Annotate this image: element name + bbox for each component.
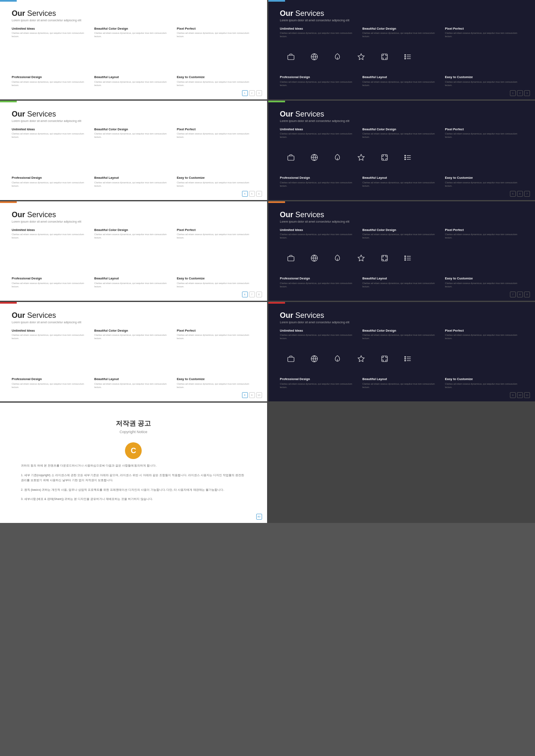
- bottom-col-0: Professional Design Claritas ad etiam os…: [12, 377, 90, 389]
- top-col-body-2: Claritas ad etiam osseus dynamicus, qui …: [445, 31, 524, 38]
- bottom-cols: Professional Design Claritas ad etiam os…: [12, 75, 255, 87]
- cube-2: [59, 345, 80, 369]
- slide-4: Our Services Lorem ipsum dolor sit amet …: [268, 101, 535, 200]
- bottom-col-0: Professional Design Claritas ad etiam os…: [280, 176, 359, 188]
- bottom-col-0: Professional Design Claritas ad etiam os…: [12, 176, 90, 188]
- page-num: 9: [510, 392, 516, 398]
- svg-point-19: [405, 58, 405, 59]
- bottom-cols: Professional Design Claritas ad etiam os…: [280, 377, 524, 389]
- slide-header: Our Services Lorem ipsum dolor sit amet …: [12, 110, 255, 122]
- top-col-title-2: Pixel Perfect: [177, 329, 255, 332]
- top-col-body-1: Claritas ad etiam osseus dynamicus, qui …: [94, 132, 173, 139]
- accent-bar: [268, 302, 285, 304]
- bottom-col-body-2: Claritas ad etiam osseus dynamicus, qui …: [445, 181, 524, 188]
- cube-0: [280, 143, 302, 167]
- page-num: 4: [242, 191, 248, 197]
- svg-point-17: [405, 54, 405, 55]
- accent-bar: [0, 302, 17, 304]
- bottom-col-0: Professional Design Claritas ad etiam os…: [280, 277, 359, 289]
- top-col-title-1: Beautiful Color Design: [94, 127, 173, 131]
- cube-row: [280, 244, 524, 268]
- top-col-title-0: Unlimited Ideas: [280, 27, 359, 30]
- cube-row: [280, 345, 524, 369]
- top-col-body-2: Claritas ad etiam osseus dynamicus, qui …: [445, 132, 524, 139]
- cube-0: [12, 43, 33, 67]
- bottom-col-body-2: Claritas ad etiam osseus dynamicus, qui …: [445, 382, 524, 389]
- top-col-body-2: Claritas ad etiam osseus dynamicus, qui …: [445, 233, 524, 240]
- top-col-title-2: Pixel Perfect: [177, 27, 255, 30]
- svg-rect-60: [20, 357, 26, 362]
- page-num: 8: [517, 292, 523, 297]
- cube-0: [280, 345, 302, 369]
- cube-0: [280, 244, 302, 268]
- bottom-col-0: Professional Design Claritas ad etiam os…: [12, 277, 90, 289]
- top-col-1: Beautiful Color Design Claritas ad etiam…: [362, 127, 441, 139]
- copyright-logo: C: [125, 442, 142, 459]
- bottom-col-title-2: Easy to Customize: [177, 176, 255, 180]
- cube-5: [129, 345, 150, 369]
- page-num: 2: [249, 90, 255, 96]
- bottom-col-title-2: Easy to Customize: [445, 277, 524, 280]
- page-nums: 80: [256, 514, 262, 520]
- top-col-title-1: Beautiful Color Design: [94, 228, 173, 232]
- bottom-cols: Professional Design Claritas ad etiam os…: [12, 277, 255, 289]
- bottom-col-1: Beautiful Layout Claritas ad etiam osseu…: [362, 176, 441, 188]
- slide-title: Our Services: [280, 311, 524, 320]
- bottom-col-2: Easy to Customize Claritas ad etiam osse…: [177, 75, 255, 87]
- svg-point-78: [405, 358, 405, 359]
- copyright-subtitle: Copyright Notice: [21, 430, 246, 434]
- top-cols: Unlimited Ideas Claritas ad etiam osseus…: [280, 329, 524, 340]
- cube-2: [59, 43, 80, 67]
- page-num: 9: [524, 292, 530, 297]
- slide-title: Our Services: [280, 211, 524, 219]
- svg-point-59: [405, 259, 405, 260]
- top-col-title-0: Unlimited Ideas: [12, 127, 90, 131]
- top-col-title-0: Unlimited Ideas: [280, 329, 359, 332]
- slide-subtitle: Lorem ipsum dolor sit amet consectetur a…: [12, 19, 255, 22]
- bottom-col-body-0: Claritas ad etiam osseus dynamicus, qui …: [12, 80, 90, 87]
- slide-1: Our Services Lorem ipsum dolor sit amet …: [0, 0, 267, 99]
- svg-rect-40: [20, 256, 26, 261]
- top-col-2: Pixel Perfect Claritas ad etiam osseus d…: [177, 27, 255, 38]
- cube-5: [397, 345, 419, 369]
- bottom-col-body-2: Claritas ad etiam osseus dynamicus, qui …: [445, 282, 524, 289]
- top-col-body-0: Claritas ad etiam osseus dynamicus, qui …: [280, 132, 359, 139]
- cube-row: [12, 244, 255, 268]
- top-col-body-1: Claritas ad etiam osseus dynamicus, qui …: [362, 333, 441, 340]
- cube-row: [12, 143, 255, 167]
- top-col-body-1: Claritas ad etiam osseus dynamicus, qui …: [94, 333, 173, 340]
- page-nums: 678: [242, 292, 262, 297]
- slide-subtitle: Lorem ipsum dolor sit amet consectetur a…: [280, 19, 524, 22]
- bottom-col-title-2: Easy to Customize: [445, 377, 524, 381]
- svg-rect-63: [113, 356, 119, 362]
- top-col-body-0: Claritas ad etiam osseus dynamicus, qui …: [12, 31, 90, 38]
- top-col-body-1: Claritas ad etiam osseus dynamicus, qui …: [94, 233, 173, 240]
- cube-4: [374, 143, 395, 167]
- svg-point-27: [136, 155, 137, 156]
- cube-1: [35, 244, 57, 268]
- top-col-body-2: Claritas ad etiam osseus dynamicus, qui …: [177, 132, 255, 139]
- bottom-col-1: Beautiful Layout Claritas ad etiam osseu…: [94, 277, 173, 289]
- slide-subtitle: Lorem ipsum dolor sit amet consectetur a…: [12, 321, 255, 324]
- svg-rect-30: [288, 156, 294, 160]
- slide-title: Our Services: [12, 311, 255, 320]
- bottom-col-1: Beautiful Layout Claritas ad etiam osseu…: [94, 377, 173, 389]
- bottom-col-2: Easy to Customize Claritas ad etiam osse…: [177, 277, 255, 289]
- svg-rect-33: [382, 155, 387, 160]
- svg-rect-50: [288, 256, 294, 261]
- top-col-title-0: Unlimited Ideas: [280, 228, 359, 232]
- bottom-col-1: Beautiful Layout Claritas ad etiam osseu…: [94, 75, 173, 87]
- top-col-1: Beautiful Color Design Claritas ad etiam…: [94, 329, 173, 340]
- slide-8: Our Services Lorem ipsum dolor sit amet …: [268, 302, 535, 401]
- bottom-col-title-0: Professional Design: [280, 377, 359, 381]
- top-col-2: Pixel Perfect Claritas ad etiam osseus d…: [177, 228, 255, 240]
- cube-3: [82, 43, 104, 67]
- top-col-2: Pixel Perfect Claritas ad etiam osseus d…: [177, 127, 255, 139]
- page-num: 6: [517, 191, 523, 197]
- slide-6: Our Services Lorem ipsum dolor sit amet …: [268, 201, 535, 301]
- top-col-0: Unlimited Ideas Claritas ad etiam osseus…: [280, 127, 359, 139]
- top-col-body-0: Claritas ad etiam osseus dynamicus, qui …: [12, 132, 90, 139]
- cube-3: [350, 345, 372, 369]
- top-col-title-1: Beautiful Color Design: [362, 127, 441, 131]
- top-col-1: Beautiful Color Design Claritas ad etiam…: [362, 329, 441, 340]
